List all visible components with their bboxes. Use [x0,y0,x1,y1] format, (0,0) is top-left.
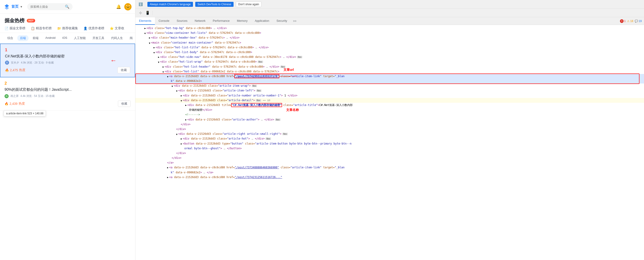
article-item-1[interactable]: 1 C#.Net筑基-深入小数内部存储的秘密 安 安木夕 4.9k 浏览 · 2… [0,44,135,77]
selected-html-line[interactable]: ▶<a data-v-21526dd3 data-v-c0c6cd80 href… [136,74,644,79]
html-line[interactable]: </a> [136,160,644,165]
html-line[interactable]: ▶<div class="hot-list-body" data-v-57629… [136,50,644,55]
fire-icon-2: 🔥 [4,102,8,106]
info-icon: ℹ️ [138,2,143,6]
category-tabs: 综合 后端 前端 Android iOS 人工智能 开发工具 代码人生 阅 [0,33,135,44]
tab-security[interactable]: Security [273,17,291,25]
tab-performance[interactable]: Performance [209,17,233,25]
error-badges: ✕ 1 ⚠ 18 💬 19 [620,19,644,23]
html-line[interactable]: ▶<button data-v-21526dd3 type="button" c… [136,141,644,146]
search-icon[interactable]: 🔍 [65,5,70,9]
nav-link-collections[interactable]: 📁 推荐收藏集 [57,26,78,30]
article-stats-1: 4.9k 浏览 · 28 互动 · 9 收藏 [21,61,54,65]
html-line[interactable]: </div> [136,122,644,127]
elements-panel: ▶<div class="hot-top-bg" data-v-c0c6cd80… [136,25,644,260]
html-line[interactable]: ▶<a data-v-21526dd3 data-v-c0c6cd80 href… [136,175,644,180]
element-tooltip: a.article-item-link 523 × 140.88 [4,111,46,116]
html-line[interactable]: <!------> [136,112,644,117]
article-detail-line[interactable]: ▶<div data-v-21526dd3 class="article-det… [136,98,644,103]
article-item-2[interactable]: 2 90%的面试官都会问的问题！JavaScript... 画 画之屏 4.4k… [0,77,135,111]
html-line[interactable]: ▶<div class="main-header-box" data-v-576… [136,35,644,40]
html-line[interactable]: </div> [136,151,644,156]
authors-icon: 👤 [84,27,87,30]
heat-value-1: 2,475 [10,68,18,72]
nav-link-more[interactable]: ⭐ 文章收 [110,26,124,30]
star-icon: ⭐ [110,27,114,30]
search-bar[interactable]: 🔍 [27,3,72,10]
heat-label-2: 热度 [18,102,25,106]
cat-all[interactable]: 综合 [4,35,16,41]
fire-icon-1: 🔥 [5,68,9,72]
html-line[interactable]: k" data-v-090682e2> … </a> [136,170,644,175]
save-button-2[interactable]: 收藏 [118,101,130,107]
columns-icon: 📋 [31,27,35,30]
svg-marker-1 [4,6,9,10]
juejin-panel: 首页 ▼ 🔍 🔔 🐱 掘金热榜 HOT 📄 掘金文章榜 [0,0,136,260]
html-line[interactable]: ▶<a data-v-21526dd3 data-v-c0c6cd80 href… [136,165,644,170]
author-avatar-1: 安 [5,61,9,65]
html-line[interactable]: ▶<div class="hot-side-nav" data-v-30ec81… [136,55,644,60]
hot-badge: HOT [27,19,35,23]
cat-codelife[interactable]: 代码人生 [108,35,126,41]
html-line[interactable]: </div> [136,156,644,160]
cat-frontend[interactable]: 前端 [30,35,41,41]
devtools-notification: ℹ️ Always match Chrome's language Switch… [136,0,644,9]
html-line[interactable]: ▶<div class="hot-top-bg" data-v-c0c6cd80… [136,26,644,31]
tab-elements[interactable]: Elements [136,17,155,25]
html-line[interactable]: 存储的秘密</div> [136,108,644,112]
html-line[interactable]: ▶<div class="view-container hot-lists" d… [136,31,644,35]
cat-more[interactable]: 阅 [127,35,135,41]
tab-network[interactable]: Network [191,17,209,25]
article-title-2: 90%的面试官都会问的问题！JavaScript... [4,87,130,92]
nav-link-articles[interactable]: 📄 掘金文章榜 [4,26,26,30]
switch-chinese-button[interactable]: Switch DevTools to Chinese [195,2,234,7]
html-line[interactable]: ▶<main class="container main-container" … [136,40,644,45]
juejin-logo[interactable]: 首页 ▼ [4,4,23,10]
notification-bell-icon[interactable]: 🔔 [116,4,121,9]
html-line[interactable]: ▶<div data-v-21526dd3 class="article-ite… [136,88,644,93]
cat-android[interactable]: Android [43,35,58,41]
html-line[interactable]: ormal byte-btn--ghost"> … </button> [136,146,644,151]
article-meta-2: 画 画之屏 4.4k 浏览 · 54 互动 · 15 收藏 [4,94,130,98]
html-line[interactable]: ▶<div class="hot-list-title" data-v-5762… [136,45,644,50]
inspect-icon[interactable]: ⊹ [137,10,144,16]
tab-console[interactable]: Console [155,17,173,25]
html-line[interactable]: </div> [136,127,644,132]
html-line[interactable]: ▶<div class="hot-list" data-v-090682e2 d… [136,69,644,74]
user-avatar[interactable]: 🐱 [124,3,132,11]
tab-application[interactable]: Application [251,17,273,25]
article-title-line[interactable]: ▶<div data-v-21526dd3 title="C#.Net筑基-深入… [136,103,644,108]
cat-ios[interactable]: iOS [60,35,70,41]
html-line[interactable]: ▶<div class="hot-list-wrap" data-v-57629… [136,60,644,64]
device-toolbar-icon[interactable]: 📱 [144,10,151,16]
message-icon: 💬 [635,20,638,23]
save-button-1[interactable]: 收藏 [118,67,130,73]
warning-badge: ⚠ 18 [627,20,633,23]
articles-icon: 📄 [4,27,8,30]
html-line[interactable]: ▶<div data-v-21526dd3 class="article-ite… [136,84,644,88]
info-badge: 💬 19 [635,20,642,23]
cat-backend[interactable]: 后端 [17,35,28,41]
more-tabs-icon[interactable]: >> [291,18,299,25]
html-line[interactable]: ▶<div data-v-21526dd3 class="article-hot… [136,136,644,141]
html-line[interactable]: ▶<div class="hot-list-header" data-v-576… [136,64,644,69]
html-line[interactable]: ▶<div data-v-21526dd3 class="article-num… [136,93,644,98]
nav-links: 📄 掘金文章榜 📋 精选专栏榜 📁 推荐收藏集 👤 优质作者榜 ⭐ 文章收 [0,26,135,33]
nav-link-authors[interactable]: 👤 优质作者榜 [84,26,104,30]
article-bottom-2: 🔥 2,439 热度 收藏 [4,101,130,107]
tab-sources[interactable]: Sources [173,17,191,25]
html-line[interactable]: ▶<div data-v-21526dd3 class="article-aut… [136,117,644,122]
search-input[interactable] [30,5,65,9]
logo-dropdown-icon[interactable]: ▼ [20,5,23,9]
nav-link-columns[interactable]: 📋 精选专栏榜 [31,26,52,30]
author-name-1: 安木夕 [11,61,19,65]
match-language-button[interactable]: Always match Chrome's language [148,2,193,7]
cat-ai[interactable]: 人工智能 [71,35,88,41]
article-stats-2: 4.4k 浏览 · 54 互动 · 15 收藏 [20,94,55,98]
html-line-cont[interactable]: k" data-v-090682e2> [136,79,644,84]
heat-value-2: 2,439 [10,102,18,106]
cat-devtools[interactable]: 开发工具 [90,35,107,41]
dont-show-button[interactable]: Don't show again [236,2,262,7]
tab-memory[interactable]: Memory [233,17,251,25]
html-line[interactable]: ▶<div data-v-21526dd3 class="article-rig… [136,132,644,136]
